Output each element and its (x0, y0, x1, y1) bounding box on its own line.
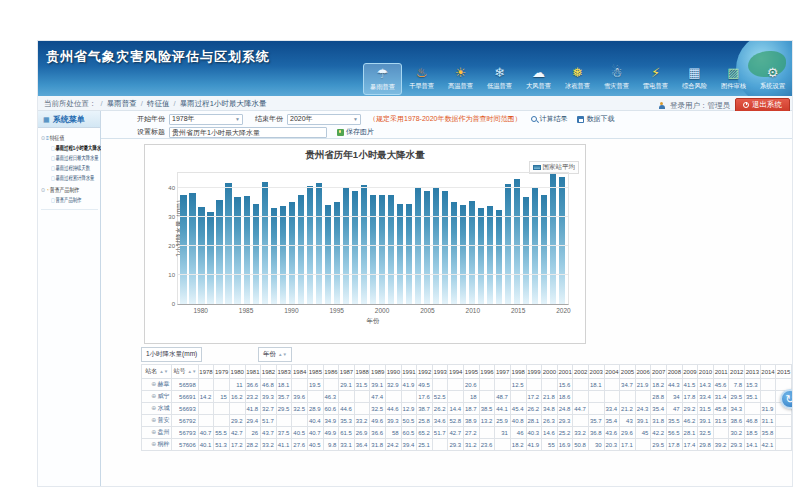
download-button[interactable]: 数据下载 (577, 114, 614, 124)
year-sort-chip[interactable]: 年份▲▼ (258, 347, 292, 362)
col-header-year-1988[interactable]: 1988 (354, 365, 370, 379)
col-header-year-1980[interactable]: 1980 (229, 365, 245, 379)
sidebar-item[interactable]: ▢暴雨过程持续天数 (51, 163, 86, 173)
col-header-year-1994[interactable]: 1994 (448, 365, 464, 379)
col-header-year-2015[interactable]: 2015 (776, 365, 792, 379)
value-cell: 58 (386, 427, 402, 439)
col-header-year-1992[interactable]: 1992 (417, 365, 433, 379)
col-header-year-1990[interactable]: 1990 (386, 365, 402, 379)
col-header-year-2009[interactable]: 2009 (682, 365, 698, 379)
expand-icon[interactable]: ⊕ (151, 381, 156, 387)
calculate-button[interactable]: 计算结果 (531, 114, 567, 124)
col-header-year-2012[interactable]: 2012 (729, 365, 745, 379)
breadcrumb-link[interactable]: 暴雨普查 (107, 99, 137, 108)
tree-group-1[interactable]: ⊙◔普查产品制作 (41, 185, 89, 195)
col-header-station-name[interactable]: 站名▲▼ (142, 365, 172, 379)
col-header-year-2005[interactable]: 2005 (620, 365, 636, 379)
nav-item-high-temp[interactable]: ☀高温普查 (441, 63, 480, 95)
header-nav: ☂暴雨普查♨干旱普查☀高温普查❄低温普查☁大风普查❅冰雹普查☃雪灾普查⚡雷电普查… (363, 63, 792, 95)
col-header-year-1986[interactable]: 1986 (323, 365, 339, 379)
sidebar-item[interactable]: ▢暴雨过程日最大降水量 (51, 153, 86, 163)
col-header-year-1999[interactable]: 1999 (526, 365, 542, 379)
col-header-year-1997[interactable]: 1997 (495, 365, 511, 379)
col-header-year-1978[interactable]: 1978 (198, 365, 214, 379)
table-row[interactable]: ⊕赫章565981136.646.818.119.529.131.539.132… (142, 379, 792, 391)
sidebar-item[interactable]: ▢暴雨过程1小时最大降水量 (51, 143, 86, 153)
value-cell: 29.5 (651, 439, 667, 451)
expand-icon[interactable]: ⊕ (151, 417, 156, 423)
col-header-year-2010[interactable]: 2010 (698, 365, 714, 379)
col-header-year-1987[interactable]: 1987 (339, 365, 355, 379)
table-row[interactable]: ⊕威宁5669114.21516.223.239.335.739.646.347… (142, 391, 792, 403)
table-row[interactable]: ⊕普安5679229.229.451.740.434.935.333.249.6… (142, 415, 792, 427)
col-header-year-2014[interactable]: 2014 (760, 365, 776, 379)
expand-icon[interactable]: ⊕ (151, 393, 156, 399)
nav-item-gale[interactable]: ☁大风普查 (519, 63, 558, 95)
breadcrumb-link[interactable]: 暴雨过程1小时最大降水量 (180, 99, 267, 108)
nav-item-system-settings[interactable]: ⚙系统设置 (753, 63, 792, 95)
nav-item-rainstorm[interactable]: ☂暴雨普查 (363, 63, 402, 95)
value-cell: 41.8 (245, 403, 261, 415)
nav-item-low-temp[interactable]: ❄低温普查 (480, 63, 519, 95)
tree-toggle-icon[interactable]: ⊙ (41, 135, 45, 141)
value-cell: 29.8 (698, 439, 714, 451)
value-cell: 11 (229, 379, 245, 391)
end-year-select[interactable]: 2020年▼ (287, 114, 361, 125)
col-header-year-1979[interactable]: 1979 (214, 365, 230, 379)
col-header-year-1981[interactable]: 1981 (245, 365, 261, 379)
tree-group-0[interactable]: ⊙≡特征值 (41, 133, 89, 143)
sort-icons[interactable]: ▲▼ (159, 369, 168, 374)
col-header-year-1995[interactable]: 1995 (464, 365, 480, 379)
expand-icon[interactable]: ⊕ (151, 441, 156, 447)
col-header-year-2004[interactable]: 2004 (604, 365, 620, 379)
chart-title-input[interactable]: 贵州省历年1小时最大降水量 (169, 127, 327, 138)
col-header-station-id[interactable]: 站号▲▼ (172, 365, 198, 379)
col-header-year-2013[interactable]: 2013 (745, 365, 761, 379)
col-header-year-1991[interactable]: 1991 (401, 365, 417, 379)
nav-item-drought[interactable]: ♨干旱普查 (402, 63, 441, 95)
col-header-year-2001[interactable]: 2001 (557, 365, 573, 379)
x-tick-label: 2000 (375, 307, 389, 314)
expand-icon[interactable]: ⊕ (151, 429, 156, 435)
start-year-select[interactable]: 1978年▼ (169, 114, 243, 125)
table-row[interactable]: ⊕盘州5679340.755.542.72643.737.540.540.749… (142, 427, 792, 439)
nav-item-lightning[interactable]: ⚡雷电普查 (636, 63, 675, 95)
nav-item-map-review[interactable]: ▨图件审核 (714, 63, 753, 95)
sidebar-item[interactable]: ▢普查产品制作 (51, 195, 86, 205)
col-header-year-2006[interactable]: 2006 (635, 365, 651, 379)
table-row[interactable]: ⊕水城5669341.832.729.532.528.960.644.632.5… (142, 403, 792, 415)
nav-item-snow[interactable]: ☃雪灾普查 (597, 63, 636, 95)
col-header-year-1989[interactable]: 1989 (370, 365, 386, 379)
col-header-year-1984[interactable]: 1984 (292, 365, 308, 379)
value-cell: 26 (245, 427, 261, 439)
col-header-year-1993[interactable]: 1993 (432, 365, 448, 379)
breadcrumb-link[interactable]: 特征值 (147, 99, 170, 108)
sidebar-item[interactable]: ▢暴雨过程累计降水量 (51, 173, 86, 183)
col-header-year-2011[interactable]: 2011 (713, 365, 729, 379)
col-header-year-1983[interactable]: 1983 (276, 365, 292, 379)
col-header-year-2000[interactable]: 2000 (542, 365, 558, 379)
nav-item-hail[interactable]: ❅冰雹普查 (558, 63, 597, 95)
save-image-button[interactable]: 保存图片 (337, 127, 374, 137)
col-header-year-1985[interactable]: 1985 (308, 365, 324, 379)
col-header-year-2003[interactable]: 2003 (588, 365, 604, 379)
nav-item-comprehensive-risk[interactable]: ▦综合风险 (675, 63, 714, 95)
col-header-year-1998[interactable]: 1998 (510, 365, 526, 379)
col-header-year-2008[interactable]: 2008 (667, 365, 683, 379)
floating-refresh-button[interactable]: ↻ (780, 389, 793, 409)
table-row[interactable]: ⊕桐梓5760640.151.317.228.233.241.127.640.5… (142, 439, 792, 451)
col-header-year-2002[interactable]: 2002 (573, 365, 589, 379)
measure-chip[interactable]: 1小时降水量(mm) (141, 347, 202, 362)
value-cell (776, 427, 792, 439)
col-header-year-1996[interactable]: 1996 (479, 365, 495, 379)
sort-icons[interactable]: ▲▼ (188, 369, 197, 374)
col-header-year-1982[interactable]: 1982 (261, 365, 277, 379)
col-header-year-2007[interactable]: 2007 (651, 365, 667, 379)
expand-icon[interactable]: ⊕ (151, 405, 156, 411)
value-cell: 18.2 (510, 439, 526, 451)
tree-toggle-icon[interactable]: ⊙ (41, 187, 45, 193)
range-note: （规定采用1978-2020年数据作为普查时间范围） (369, 114, 521, 124)
value-cell: 39.3 (386, 415, 402, 427)
nav-label: 暴雨普查 (366, 83, 399, 92)
sort-icons[interactable]: ▲▼ (278, 352, 287, 357)
